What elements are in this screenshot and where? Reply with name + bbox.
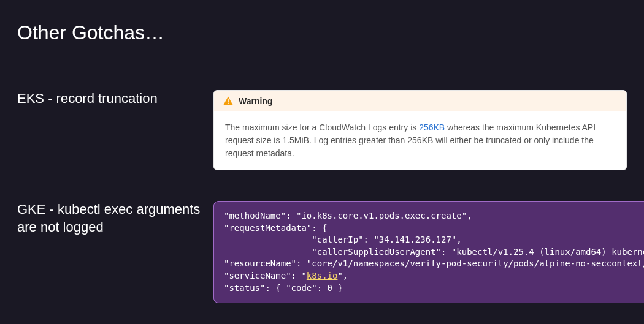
code-line-6a: "serviceName": " [224, 271, 307, 281]
warning-body: The maximum size for a CloudWatch Logs e… [214, 111, 626, 170]
row1-label: EKS - record truncation [17, 90, 201, 108]
code-line-2: "requestMetadata": { [224, 223, 328, 233]
warning-header: Warning [214, 91, 626, 111]
gke-code-block: "methodName": "io.k8s.core.v1.pods.exec.… [213, 201, 644, 303]
code-line-4: "callerSuppliedUserAgent": "kubectl/v1.2… [224, 247, 644, 257]
warning-callout: Warning The maximum size for a CloudWatc… [213, 90, 627, 170]
warning-link[interactable]: 256KB [419, 122, 445, 132]
row2-content: "methodName": "io.k8s.core.v1.pods.exec.… [213, 201, 644, 303]
svg-rect-0 [228, 99, 229, 102]
code-line-1: "methodName": "io.k8s.core.v1.pods.exec.… [224, 211, 472, 220]
warning-body-1: The maximum size for a CloudWatch Logs e… [225, 122, 419, 132]
slide-title: Other Gotchas… [17, 21, 627, 44]
code-line-5: "resourceName": "core/v1/namespaces/veri… [224, 258, 644, 268]
svg-rect-1 [228, 103, 229, 104]
code-link-k8s[interactable]: k8s.io [307, 271, 338, 281]
row2-label: GKE - kubectl exec arguments are not log… [17, 201, 201, 236]
code-line-7: "status": { "code": 0 } [224, 283, 343, 293]
row-eks: EKS - record truncation Warning The maxi… [17, 90, 627, 170]
row1-content: Warning The maximum size for a CloudWatc… [213, 90, 627, 170]
code-line-6b: ", [337, 271, 348, 281]
row2-label-wrap: GKE - kubectl exec arguments are not log… [17, 201, 213, 236]
row1-label-wrap: EKS - record truncation [17, 90, 213, 108]
row-gke: GKE - kubectl exec arguments are not log… [17, 201, 627, 303]
warning-heading: Warning [239, 96, 272, 106]
warning-icon [223, 96, 234, 107]
code-line-3: "callerIp": "34.141.236.127", [224, 235, 462, 244]
